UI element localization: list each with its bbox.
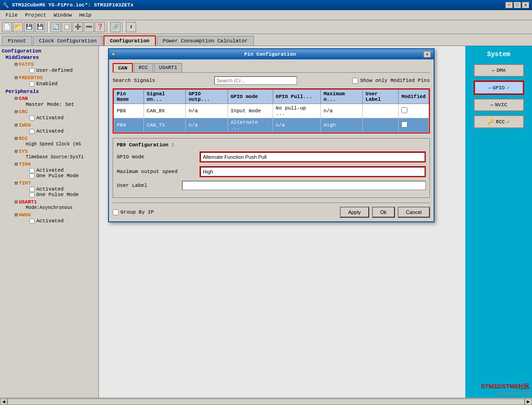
table-row[interactable]: PB9CAN_TXn/aAlternate ...n/aHigh [114, 118, 429, 133]
tab-power[interactable]: Power Consumption Calculator [157, 36, 254, 46]
main-area: Configuration MiddleWares ⊟ FATFS User-d… [0, 46, 532, 405]
expand-wwdg[interactable]: ⊟ [15, 212, 18, 218]
crc-activated-check[interactable] [29, 116, 34, 121]
menu-file[interactable]: File [2, 12, 21, 19]
expand-iwdg[interactable]: ⊟ [15, 122, 18, 128]
show-modified-check[interactable] [352, 78, 358, 84]
nvic-icon: ↔ [490, 102, 493, 108]
toolbar-btn-9[interactable]: ❓ [95, 22, 105, 32]
table-row[interactable]: PB8CAN_RXn/aInput modeNo pull-up ...n/a [114, 104, 429, 118]
expand-tim7[interactable]: ⊟ [15, 180, 18, 186]
expand-crc[interactable]: ⊟ [15, 109, 18, 115]
gpio-button[interactable]: → GPIO ✓ [474, 81, 524, 95]
usart1-item[interactable]: USART1 [19, 199, 37, 205]
system-title: System [487, 51, 510, 58]
iwdg-activated-check[interactable] [29, 129, 34, 134]
config-title: Configuration [2, 48, 97, 54]
tim7-item[interactable]: TIM7 [19, 180, 31, 186]
dialog-close-button[interactable]: ✕ [423, 51, 431, 58]
table-cell-3: Alternate ... [228, 118, 273, 133]
expand-fatfs[interactable]: ⊟ [15, 61, 18, 67]
cancel-button[interactable]: Cancel [398, 207, 430, 218]
freertos-enabled-check[interactable] [29, 81, 34, 87]
tim6-one-pulse-check[interactable] [29, 174, 34, 179]
menu-help[interactable]: Help [75, 12, 95, 19]
iwdg-item[interactable]: IWDG [19, 122, 31, 128]
wwdg-item[interactable]: WWDG [19, 212, 31, 218]
middlewares-group[interactable]: MiddleWares [6, 55, 39, 60]
freertos-item[interactable]: FREERTOS [19, 75, 43, 81]
minimize-button[interactable]: ─ [505, 2, 513, 8]
toolbar-separator-1 [47, 22, 49, 32]
pb9-config-title: PB9 Configuration : [117, 142, 426, 148]
save-button[interactable]: 💾 [24, 22, 34, 32]
tim7-one-pulse-check[interactable] [29, 192, 34, 197]
dtab-can[interactable]: CAN [113, 63, 133, 72]
gpio-mode-select[interactable]: Alternate Function Push Pull [200, 152, 425, 162]
expand-freertos[interactable]: ⊟ [15, 75, 18, 81]
open-button[interactable]: 📂 [13, 22, 23, 32]
expand-usart1[interactable]: ⊟ [15, 199, 18, 205]
scrollbar-track[interactable] [7, 399, 525, 405]
table-cell-1: CAN_TX [144, 118, 186, 133]
tim6-activated-check[interactable] [29, 168, 34, 173]
expand-tim6[interactable]: ⊟ [15, 161, 18, 167]
dialog-title: Pin Configuration [244, 52, 296, 57]
close-button[interactable]: ✕ [522, 2, 529, 8]
dtab-rcc[interactable]: RCC [134, 63, 153, 72]
wwdg-activated-label: Activated [36, 218, 63, 224]
peripherals-group[interactable]: Peripherals [6, 89, 39, 94]
show-modified-area: Show only Modified Pins [352, 78, 430, 84]
apply-button[interactable]: Apply [340, 207, 369, 218]
modified-check[interactable] [401, 122, 407, 127]
rcc-check-icon: ✓ [507, 119, 510, 125]
toolbar-btn-11[interactable]: ⬇ [126, 22, 136, 32]
tab-pinout[interactable]: Pinout [2, 36, 32, 46]
menubar: File Project Window Help [0, 10, 532, 20]
search-signals-label: Search Signals [113, 78, 155, 83]
user-defined-check[interactable] [29, 68, 34, 73]
ok-button[interactable]: Ok [372, 207, 395, 218]
save-as-button[interactable]: 💾 [35, 22, 45, 32]
modified-check[interactable] [401, 107, 407, 113]
toolbar-btn-5[interactable]: 🔄 [51, 22, 61, 32]
new-button[interactable]: 📄 [2, 22, 12, 32]
rcc-item[interactable]: RCC [19, 136, 28, 141]
expand-sys[interactable]: ⊟ [15, 148, 18, 154]
tim6-item[interactable]: TIM6 [19, 162, 31, 167]
tab-clock[interactable]: Clock Configuration [33, 36, 103, 46]
user-label-label: User Label [117, 183, 182, 188]
dma-button[interactable]: ↔ DMA [474, 64, 524, 77]
expand-can[interactable]: ⊟ [15, 95, 18, 101]
fatfs-item[interactable]: FATFS [19, 62, 34, 67]
toolbar-btn-6[interactable]: 📋 [62, 22, 72, 32]
toolbar-btn-7[interactable]: ➕ [73, 22, 83, 32]
maximize-button[interactable]: □ [514, 2, 521, 8]
menu-project[interactable]: Project [21, 12, 50, 19]
tab-configuration[interactable]: Configuration [103, 35, 156, 46]
tim7-activated-check[interactable] [29, 187, 34, 192]
sys-item[interactable]: SYS [19, 149, 28, 154]
search-input[interactable] [214, 76, 297, 85]
rcc-button[interactable]: 🔑 RCC ✓ [474, 115, 524, 128]
menu-window[interactable]: Window [50, 12, 76, 19]
nvic-button[interactable]: ↔ NVIC [474, 98, 524, 111]
toolbar-btn-10[interactable]: 🔗 [110, 22, 120, 32]
pin-table: Pin Name Signal on... GPIO outp... GPIO … [114, 89, 429, 133]
wwdg-activated-check[interactable] [29, 219, 34, 224]
user-label-input[interactable] [182, 181, 426, 190]
group-by-ip-area: Group By IP [113, 209, 154, 215]
col-signal-on: Signal on... [144, 90, 186, 104]
crc-item[interactable]: CRC [19, 109, 28, 115]
gpio-icon: → [488, 85, 491, 91]
group-by-ip-check[interactable] [113, 209, 119, 215]
dtab-usart1[interactable]: USART1 [154, 63, 183, 72]
toolbar-btn-8[interactable]: ➖ [84, 22, 94, 32]
table-cell-5: n/a [320, 104, 362, 118]
max-speed-select[interactable]: High [200, 167, 425, 176]
dma-icon: ↔ [492, 68, 495, 73]
scroll-right-button[interactable]: ▶ [525, 399, 532, 405]
expand-rcc[interactable]: ⊟ [15, 135, 18, 141]
can-item[interactable]: CAN [19, 96, 28, 101]
scroll-left-button[interactable]: ◀ [0, 399, 7, 405]
